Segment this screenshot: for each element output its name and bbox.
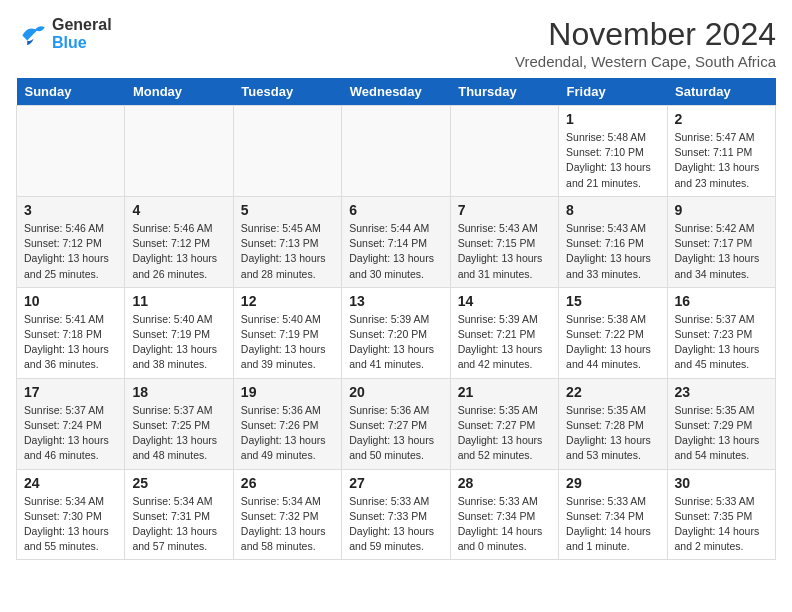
header: General Blue November 2024 Vredendal, We… (16, 16, 776, 70)
day-info: Sunrise: 5:46 AM Sunset: 7:12 PM Dayligh… (132, 221, 225, 282)
calendar-cell: 9Sunrise: 5:42 AM Sunset: 7:17 PM Daylig… (667, 196, 775, 287)
calendar-cell: 1Sunrise: 5:48 AM Sunset: 7:10 PM Daylig… (559, 106, 667, 197)
day-info: Sunrise: 5:41 AM Sunset: 7:18 PM Dayligh… (24, 312, 117, 373)
day-number: 15 (566, 293, 659, 309)
day-number: 17 (24, 384, 117, 400)
day-info: Sunrise: 5:34 AM Sunset: 7:30 PM Dayligh… (24, 494, 117, 555)
day-info: Sunrise: 5:33 AM Sunset: 7:35 PM Dayligh… (675, 494, 768, 555)
logo-text: General Blue (52, 16, 112, 52)
day-info: Sunrise: 5:43 AM Sunset: 7:16 PM Dayligh… (566, 221, 659, 282)
calendar-table: SundayMondayTuesdayWednesdayThursdayFrid… (16, 78, 776, 560)
calendar-cell: 30Sunrise: 5:33 AM Sunset: 7:35 PM Dayli… (667, 469, 775, 560)
day-number: 5 (241, 202, 334, 218)
logo-icon (16, 18, 48, 50)
day-info: Sunrise: 5:39 AM Sunset: 7:20 PM Dayligh… (349, 312, 442, 373)
week-row-5: 24Sunrise: 5:34 AM Sunset: 7:30 PM Dayli… (17, 469, 776, 560)
day-info: Sunrise: 5:33 AM Sunset: 7:34 PM Dayligh… (566, 494, 659, 555)
day-info: Sunrise: 5:36 AM Sunset: 7:27 PM Dayligh… (349, 403, 442, 464)
day-number: 8 (566, 202, 659, 218)
day-number: 12 (241, 293, 334, 309)
day-number: 14 (458, 293, 551, 309)
day-info: Sunrise: 5:36 AM Sunset: 7:26 PM Dayligh… (241, 403, 334, 464)
day-info: Sunrise: 5:46 AM Sunset: 7:12 PM Dayligh… (24, 221, 117, 282)
calendar-cell: 7Sunrise: 5:43 AM Sunset: 7:15 PM Daylig… (450, 196, 558, 287)
calendar-cell: 18Sunrise: 5:37 AM Sunset: 7:25 PM Dayli… (125, 378, 233, 469)
calendar-cell: 20Sunrise: 5:36 AM Sunset: 7:27 PM Dayli… (342, 378, 450, 469)
day-number: 26 (241, 475, 334, 491)
header-day-wednesday: Wednesday (342, 78, 450, 106)
calendar-cell: 3Sunrise: 5:46 AM Sunset: 7:12 PM Daylig… (17, 196, 125, 287)
header-day-sunday: Sunday (17, 78, 125, 106)
day-info: Sunrise: 5:37 AM Sunset: 7:24 PM Dayligh… (24, 403, 117, 464)
day-number: 23 (675, 384, 768, 400)
calendar-cell: 25Sunrise: 5:34 AM Sunset: 7:31 PM Dayli… (125, 469, 233, 560)
day-info: Sunrise: 5:39 AM Sunset: 7:21 PM Dayligh… (458, 312, 551, 373)
calendar-cell (125, 106, 233, 197)
day-info: Sunrise: 5:45 AM Sunset: 7:13 PM Dayligh… (241, 221, 334, 282)
day-info: Sunrise: 5:35 AM Sunset: 7:29 PM Dayligh… (675, 403, 768, 464)
calendar-cell (342, 106, 450, 197)
day-info: Sunrise: 5:44 AM Sunset: 7:14 PM Dayligh… (349, 221, 442, 282)
calendar-cell (450, 106, 558, 197)
calendar-cell: 11Sunrise: 5:40 AM Sunset: 7:19 PM Dayli… (125, 287, 233, 378)
day-info: Sunrise: 5:48 AM Sunset: 7:10 PM Dayligh… (566, 130, 659, 191)
day-number: 22 (566, 384, 659, 400)
day-info: Sunrise: 5:40 AM Sunset: 7:19 PM Dayligh… (132, 312, 225, 373)
calendar-cell: 23Sunrise: 5:35 AM Sunset: 7:29 PM Dayli… (667, 378, 775, 469)
day-number: 9 (675, 202, 768, 218)
day-number: 13 (349, 293, 442, 309)
calendar-cell: 13Sunrise: 5:39 AM Sunset: 7:20 PM Dayli… (342, 287, 450, 378)
day-number: 18 (132, 384, 225, 400)
header-row: SundayMondayTuesdayWednesdayThursdayFrid… (17, 78, 776, 106)
calendar-cell: 24Sunrise: 5:34 AM Sunset: 7:30 PM Dayli… (17, 469, 125, 560)
calendar-cell: 17Sunrise: 5:37 AM Sunset: 7:24 PM Dayli… (17, 378, 125, 469)
calendar-cell: 26Sunrise: 5:34 AM Sunset: 7:32 PM Dayli… (233, 469, 341, 560)
week-row-2: 3Sunrise: 5:46 AM Sunset: 7:12 PM Daylig… (17, 196, 776, 287)
day-number: 29 (566, 475, 659, 491)
day-number: 25 (132, 475, 225, 491)
week-row-3: 10Sunrise: 5:41 AM Sunset: 7:18 PM Dayli… (17, 287, 776, 378)
day-info: Sunrise: 5:34 AM Sunset: 7:31 PM Dayligh… (132, 494, 225, 555)
header-day-monday: Monday (125, 78, 233, 106)
day-number: 7 (458, 202, 551, 218)
calendar-cell: 21Sunrise: 5:35 AM Sunset: 7:27 PM Dayli… (450, 378, 558, 469)
day-number: 28 (458, 475, 551, 491)
location: Vredendal, Western Cape, South Africa (515, 53, 776, 70)
calendar-cell: 2Sunrise: 5:47 AM Sunset: 7:11 PM Daylig… (667, 106, 775, 197)
day-info: Sunrise: 5:33 AM Sunset: 7:33 PM Dayligh… (349, 494, 442, 555)
calendar-cell: 4Sunrise: 5:46 AM Sunset: 7:12 PM Daylig… (125, 196, 233, 287)
day-number: 6 (349, 202, 442, 218)
day-info: Sunrise: 5:33 AM Sunset: 7:34 PM Dayligh… (458, 494, 551, 555)
calendar-body: 1Sunrise: 5:48 AM Sunset: 7:10 PM Daylig… (17, 106, 776, 560)
day-info: Sunrise: 5:37 AM Sunset: 7:25 PM Dayligh… (132, 403, 225, 464)
day-info: Sunrise: 5:47 AM Sunset: 7:11 PM Dayligh… (675, 130, 768, 191)
day-number: 30 (675, 475, 768, 491)
week-row-4: 17Sunrise: 5:37 AM Sunset: 7:24 PM Dayli… (17, 378, 776, 469)
calendar-cell: 22Sunrise: 5:35 AM Sunset: 7:28 PM Dayli… (559, 378, 667, 469)
calendar-cell: 6Sunrise: 5:44 AM Sunset: 7:14 PM Daylig… (342, 196, 450, 287)
calendar-cell: 27Sunrise: 5:33 AM Sunset: 7:33 PM Dayli… (342, 469, 450, 560)
day-number: 1 (566, 111, 659, 127)
day-number: 19 (241, 384, 334, 400)
calendar-cell: 14Sunrise: 5:39 AM Sunset: 7:21 PM Dayli… (450, 287, 558, 378)
day-number: 10 (24, 293, 117, 309)
calendar-cell: 29Sunrise: 5:33 AM Sunset: 7:34 PM Dayli… (559, 469, 667, 560)
calendar-cell: 15Sunrise: 5:38 AM Sunset: 7:22 PM Dayli… (559, 287, 667, 378)
header-day-thursday: Thursday (450, 78, 558, 106)
title-area: November 2024 Vredendal, Western Cape, S… (515, 16, 776, 70)
day-number: 21 (458, 384, 551, 400)
day-info: Sunrise: 5:35 AM Sunset: 7:27 PM Dayligh… (458, 403, 551, 464)
month-title: November 2024 (515, 16, 776, 53)
calendar-cell: 12Sunrise: 5:40 AM Sunset: 7:19 PM Dayli… (233, 287, 341, 378)
day-number: 4 (132, 202, 225, 218)
header-day-saturday: Saturday (667, 78, 775, 106)
day-info: Sunrise: 5:42 AM Sunset: 7:17 PM Dayligh… (675, 221, 768, 282)
day-info: Sunrise: 5:43 AM Sunset: 7:15 PM Dayligh… (458, 221, 551, 282)
calendar-header: SundayMondayTuesdayWednesdayThursdayFrid… (17, 78, 776, 106)
day-info: Sunrise: 5:37 AM Sunset: 7:23 PM Dayligh… (675, 312, 768, 373)
header-day-friday: Friday (559, 78, 667, 106)
day-number: 24 (24, 475, 117, 491)
day-number: 3 (24, 202, 117, 218)
day-number: 27 (349, 475, 442, 491)
day-info: Sunrise: 5:38 AM Sunset: 7:22 PM Dayligh… (566, 312, 659, 373)
